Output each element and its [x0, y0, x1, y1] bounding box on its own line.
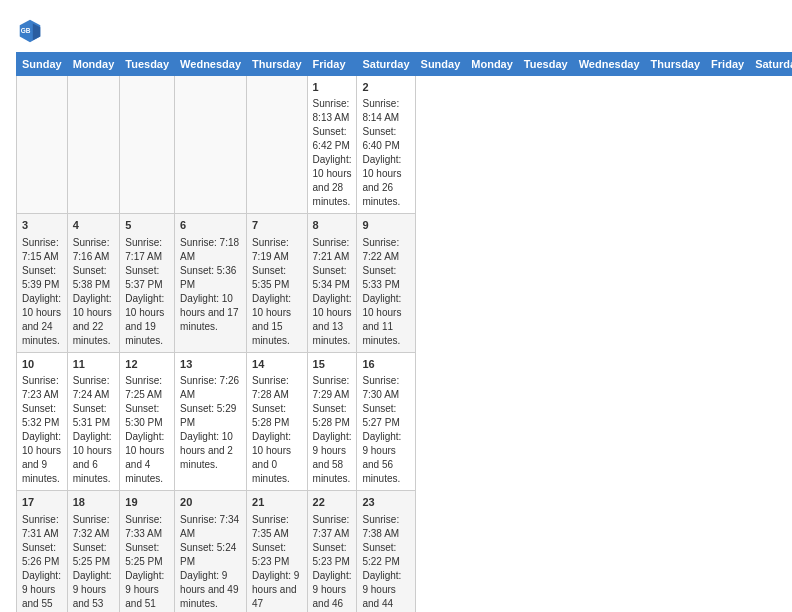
day-number: 13 [180, 357, 241, 372]
day-number: 17 [22, 495, 62, 510]
daylight-text: Daylight: 10 hours and 6 minutes. [73, 430, 115, 486]
sunset-text: Sunset: 5:23 PM [313, 541, 352, 569]
daylight-text: Daylight: 9 hours and 56 minutes. [362, 430, 409, 486]
page-header: GB [16, 16, 776, 44]
sunrise-text: Sunrise: 7:29 AM [313, 374, 352, 402]
col-header-tuesday: Tuesday [120, 53, 175, 76]
calendar-cell [120, 76, 175, 214]
sunrise-text: Sunrise: 7:32 AM [73, 513, 115, 541]
sunset-text: Sunset: 5:26 PM [22, 541, 62, 569]
calendar-cell: 14Sunrise: 7:28 AMSunset: 5:28 PMDayligh… [247, 352, 308, 490]
col-header-sunday: Sunday [415, 53, 466, 76]
day-number: 4 [73, 218, 115, 233]
calendar-cell: 15Sunrise: 7:29 AMSunset: 5:28 PMDayligh… [307, 352, 357, 490]
calendar-cell: 5Sunrise: 7:17 AMSunset: 5:37 PMDaylight… [120, 214, 175, 352]
calendar-cell [247, 76, 308, 214]
logo: GB [16, 16, 48, 44]
daylight-text: Daylight: 10 hours and 15 minutes. [252, 292, 302, 348]
sunset-text: Sunset: 5:36 PM [180, 264, 241, 292]
col-header-monday: Monday [466, 53, 519, 76]
sunset-text: Sunset: 5:37 PM [125, 264, 169, 292]
day-number: 16 [362, 357, 409, 372]
sunset-text: Sunset: 5:35 PM [252, 264, 302, 292]
sunset-text: Sunset: 5:39 PM [22, 264, 62, 292]
daylight-text: Daylight: 10 hours and 17 minutes. [180, 292, 241, 334]
calendar-cell: 2Sunrise: 8:14 AMSunset: 6:40 PMDaylight… [357, 76, 415, 214]
calendar-cell: 3Sunrise: 7:15 AMSunset: 5:39 PMDaylight… [17, 214, 68, 352]
sunrise-text: Sunrise: 7:24 AM [73, 374, 115, 402]
sunset-text: Sunset: 5:30 PM [125, 402, 169, 430]
calendar-cell: 10Sunrise: 7:23 AMSunset: 5:32 PMDayligh… [17, 352, 68, 490]
sunset-text: Sunset: 5:27 PM [362, 402, 409, 430]
sunset-text: Sunset: 5:24 PM [180, 541, 241, 569]
daylight-text: Daylight: 10 hours and 0 minutes. [252, 430, 302, 486]
calendar-cell [175, 76, 247, 214]
calendar-cell: 23Sunrise: 7:38 AMSunset: 5:22 PMDayligh… [357, 491, 415, 612]
calendar-cell: 11Sunrise: 7:24 AMSunset: 5:31 PMDayligh… [67, 352, 120, 490]
day-number: 12 [125, 357, 169, 372]
week-row-3: 10Sunrise: 7:23 AMSunset: 5:32 PMDayligh… [17, 352, 793, 490]
logo-icon: GB [16, 16, 44, 44]
week-row-4: 17Sunrise: 7:31 AMSunset: 5:26 PMDayligh… [17, 491, 793, 612]
calendar-cell: 20Sunrise: 7:34 AMSunset: 5:24 PMDayligh… [175, 491, 247, 612]
daylight-text: Daylight: 10 hours and 22 minutes. [73, 292, 115, 348]
sunrise-text: Sunrise: 8:13 AM [313, 97, 352, 125]
sunrise-text: Sunrise: 7:26 AM [180, 374, 241, 402]
daylight-text: Daylight: 9 hours and 44 minutes. [362, 569, 409, 612]
sunset-text: Sunset: 5:22 PM [362, 541, 409, 569]
calendar-cell: 9Sunrise: 7:22 AMSunset: 5:33 PMDaylight… [357, 214, 415, 352]
sunrise-text: Sunrise: 7:23 AM [22, 374, 62, 402]
sunrise-text: Sunrise: 7:21 AM [313, 236, 352, 264]
daylight-text: Daylight: 9 hours and 47 minutes. [252, 569, 302, 612]
day-number: 23 [362, 495, 409, 510]
sunset-text: Sunset: 5:23 PM [252, 541, 302, 569]
day-number: 9 [362, 218, 409, 233]
sunset-text: Sunset: 6:42 PM [313, 125, 352, 153]
sunrise-text: Sunrise: 7:37 AM [313, 513, 352, 541]
calendar-cell: 22Sunrise: 7:37 AMSunset: 5:23 PMDayligh… [307, 491, 357, 612]
calendar-cell: 13Sunrise: 7:26 AMSunset: 5:29 PMDayligh… [175, 352, 247, 490]
sunrise-text: Sunrise: 7:33 AM [125, 513, 169, 541]
daylight-text: Daylight: 10 hours and 24 minutes. [22, 292, 62, 348]
col-header-saturday: Saturday [750, 53, 792, 76]
col-header-wednesday: Wednesday [573, 53, 645, 76]
calendar-cell: 1Sunrise: 8:13 AMSunset: 6:42 PMDaylight… [307, 76, 357, 214]
daylight-text: Daylight: 10 hours and 9 minutes. [22, 430, 62, 486]
daylight-text: Daylight: 10 hours and 2 minutes. [180, 430, 241, 472]
calendar-cell [17, 76, 68, 214]
day-number: 1 [313, 80, 352, 95]
calendar-cell: 8Sunrise: 7:21 AMSunset: 5:34 PMDaylight… [307, 214, 357, 352]
sunrise-text: Sunrise: 7:38 AM [362, 513, 409, 541]
day-number: 18 [73, 495, 115, 510]
sunset-text: Sunset: 6:40 PM [362, 125, 409, 153]
col-header-friday: Friday [706, 53, 750, 76]
calendar-cell: 6Sunrise: 7:18 AMSunset: 5:36 PMDaylight… [175, 214, 247, 352]
sunset-text: Sunset: 5:25 PM [125, 541, 169, 569]
sunrise-text: Sunrise: 7:15 AM [22, 236, 62, 264]
sunset-text: Sunset: 5:38 PM [73, 264, 115, 292]
daylight-text: Daylight: 10 hours and 28 minutes. [313, 153, 352, 209]
day-number: 21 [252, 495, 302, 510]
day-number: 8 [313, 218, 352, 233]
week-row-1: 1Sunrise: 8:13 AMSunset: 6:42 PMDaylight… [17, 76, 793, 214]
sunset-text: Sunset: 5:33 PM [362, 264, 409, 292]
sunrise-text: Sunrise: 7:28 AM [252, 374, 302, 402]
calendar-cell [67, 76, 120, 214]
day-number: 22 [313, 495, 352, 510]
sunset-text: Sunset: 5:31 PM [73, 402, 115, 430]
sunrise-text: Sunrise: 7:30 AM [362, 374, 409, 402]
daylight-text: Daylight: 9 hours and 46 minutes. [313, 569, 352, 612]
sunset-text: Sunset: 5:25 PM [73, 541, 115, 569]
sunrise-text: Sunrise: 7:19 AM [252, 236, 302, 264]
sunrise-text: Sunrise: 7:16 AM [73, 236, 115, 264]
daylight-text: Daylight: 10 hours and 4 minutes. [125, 430, 169, 486]
sunrise-text: Sunrise: 7:34 AM [180, 513, 241, 541]
day-number: 15 [313, 357, 352, 372]
day-number: 20 [180, 495, 241, 510]
calendar-cell: 21Sunrise: 7:35 AMSunset: 5:23 PMDayligh… [247, 491, 308, 612]
daylight-text: Daylight: 9 hours and 49 minutes. [180, 569, 241, 611]
daylight-text: Daylight: 10 hours and 11 minutes. [362, 292, 409, 348]
calendar-cell: 19Sunrise: 7:33 AMSunset: 5:25 PMDayligh… [120, 491, 175, 612]
sunrise-text: Sunrise: 8:14 AM [362, 97, 409, 125]
col-header-wednesday: Wednesday [175, 53, 247, 76]
